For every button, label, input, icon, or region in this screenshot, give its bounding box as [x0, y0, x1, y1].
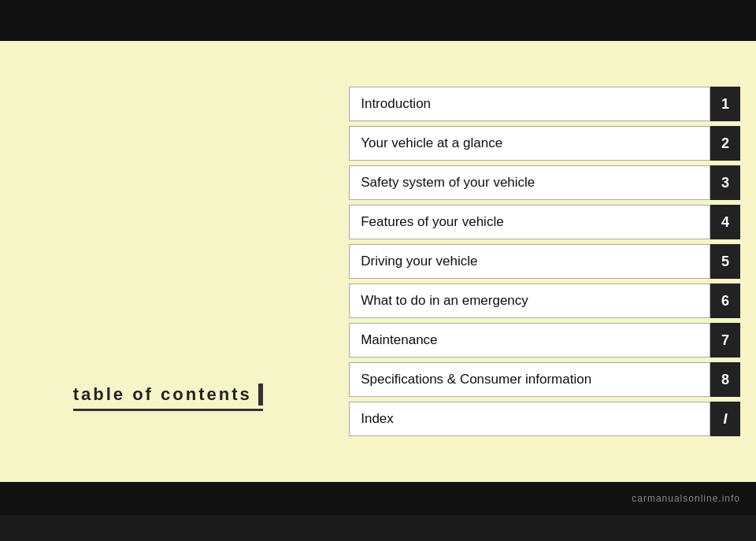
toc-item-number: 3: [710, 165, 740, 200]
toc-item-number: 6: [710, 283, 740, 318]
toc-item-number: 4: [710, 205, 740, 239]
toc-item-label: Specifications & Consumer information: [349, 362, 710, 397]
toc-item-number: 8: [710, 362, 740, 397]
toc-item-label: Your vehicle at a glance: [349, 126, 710, 161]
top-bar: [0, 0, 756, 41]
label-text: table of contents: [73, 384, 252, 405]
main-content: table of contents Introduction1Your vehi…: [0, 41, 756, 482]
toc-item-label: Maintenance: [349, 323, 710, 358]
watermark: carmanualsonline.info: [632, 493, 740, 504]
right-section: Introduction1Your vehicle at a glance2Sa…: [349, 87, 740, 436]
toc-item-number: 5: [710, 244, 740, 279]
table-of-contents-label: table of contents: [73, 384, 263, 411]
toc-item-label: Index: [349, 402, 710, 436]
toc-row[interactable]: Safety system of your vehicle3: [349, 165, 740, 200]
toc-row[interactable]: Features of your vehicle4: [349, 205, 740, 239]
toc-item-label: Introduction: [349, 87, 710, 121]
toc-item-label: Safety system of your vehicle: [349, 165, 710, 200]
toc-row[interactable]: Your vehicle at a glance2: [349, 126, 740, 161]
toc-item-number: 7: [710, 323, 740, 358]
toc-row[interactable]: What to do in an emergency6: [349, 283, 740, 318]
toc-row[interactable]: Driving your vehicle5: [349, 244, 740, 279]
toc-item-number: I: [710, 402, 740, 436]
toc-row[interactable]: IndexI: [349, 402, 740, 436]
toc-item-label: What to do in an emergency: [349, 283, 710, 318]
toc-item-number: 2: [710, 126, 740, 161]
left-section: table of contents: [16, 65, 320, 458]
toc-item-label: Features of your vehicle: [349, 205, 710, 239]
toc-item-label: Driving your vehicle: [349, 244, 710, 279]
toc-row[interactable]: Maintenance7: [349, 323, 740, 358]
toc-item-number: 1: [710, 87, 740, 121]
toc-row[interactable]: Introduction1: [349, 87, 740, 121]
label-bar: [258, 384, 263, 406]
toc-row[interactable]: Specifications & Consumer information8: [349, 362, 740, 397]
bottom-bar: carmanualsonline.info: [0, 482, 756, 515]
